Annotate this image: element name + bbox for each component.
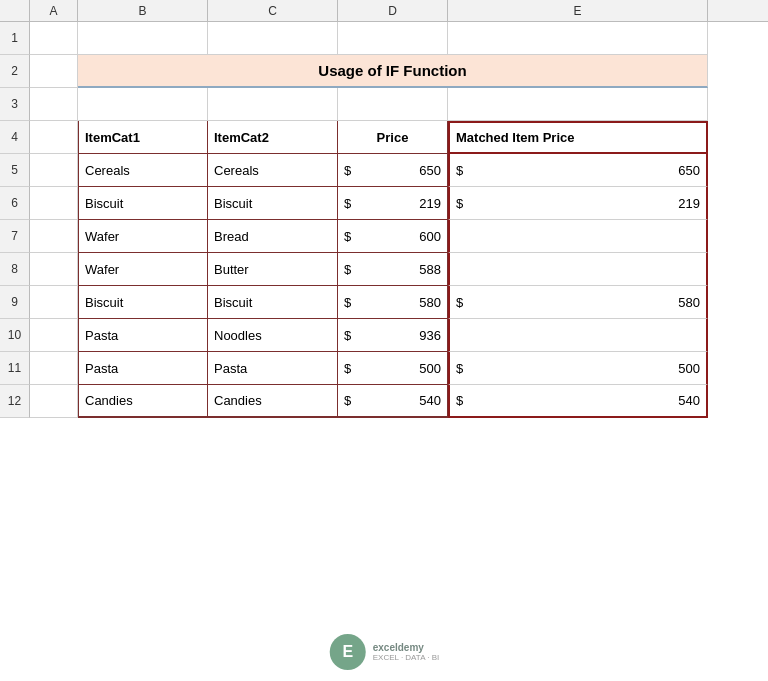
dollar-11e: $ bbox=[456, 361, 463, 376]
cell-12a bbox=[30, 385, 78, 418]
cell-9c: Biscuit bbox=[208, 286, 338, 319]
amount-6d: 219 bbox=[355, 196, 441, 211]
cell-1c bbox=[208, 22, 338, 55]
header-matched: Matched Item Price bbox=[448, 121, 708, 154]
dollar-9d: $ bbox=[344, 295, 351, 310]
dollar-10d: $ bbox=[344, 328, 351, 343]
cell-9a bbox=[30, 286, 78, 319]
cell-12e: $ 540 bbox=[448, 385, 708, 418]
cell-6c: Biscuit bbox=[208, 187, 338, 220]
cell-1a bbox=[30, 22, 78, 55]
cell-3a bbox=[30, 88, 78, 121]
dollar-12e: $ bbox=[456, 393, 463, 408]
header-itemcat1: ItemCat1 bbox=[78, 121, 208, 154]
row-num-10: 10 bbox=[0, 319, 30, 352]
cell-12d: $ 540 bbox=[338, 385, 448, 418]
watermark-sub: EXCEL · DATA · BI bbox=[373, 653, 440, 662]
amount-12e: 540 bbox=[467, 393, 700, 408]
dollar-12d: $ bbox=[344, 393, 351, 408]
cell-9b: Biscuit bbox=[78, 286, 208, 319]
amount-7d: 600 bbox=[355, 229, 441, 244]
row-num-5: 5 bbox=[0, 154, 30, 187]
watermark-name: exceldemy bbox=[373, 642, 440, 653]
grid-area: Usage of IF Function ItemCat1 ItemCat2 P… bbox=[30, 22, 768, 418]
cell-3d bbox=[338, 88, 448, 121]
amount-6e: 219 bbox=[467, 196, 700, 211]
row-9: Biscuit Biscuit $ 580 $ 580 bbox=[30, 286, 768, 319]
dollar-5e: $ bbox=[456, 163, 463, 178]
row-4-headers: ItemCat1 ItemCat2 Price Matched Item Pri… bbox=[30, 121, 768, 154]
row-5: Cereals Cereals $ 650 $ 650 bbox=[30, 154, 768, 187]
cell-10d: $ 936 bbox=[338, 319, 448, 352]
cell-6e: $ 219 bbox=[448, 187, 708, 220]
cell-8b: Wafer bbox=[78, 253, 208, 286]
cell-2a bbox=[30, 55, 78, 88]
amount-9e: 580 bbox=[467, 295, 700, 310]
row-numbers: 1 2 3 4 5 6 7 8 9 10 11 12 bbox=[0, 22, 30, 418]
dollar-7d: $ bbox=[344, 229, 351, 244]
row-num-4: 4 bbox=[0, 121, 30, 154]
row-7: Wafer Bread $ 600 bbox=[30, 220, 768, 253]
spreadsheet: A B C D E 1 2 3 4 5 6 7 8 9 10 11 12 bbox=[0, 0, 768, 681]
dollar-8d: $ bbox=[344, 262, 351, 277]
cell-9d: $ 580 bbox=[338, 286, 448, 319]
cell-1e bbox=[448, 22, 708, 55]
cell-5a bbox=[30, 154, 78, 187]
cell-3b bbox=[78, 88, 208, 121]
cell-12b: Candies bbox=[78, 385, 208, 418]
amount-5e: 650 bbox=[467, 163, 700, 178]
amount-9d: 580 bbox=[355, 295, 441, 310]
cell-11a bbox=[30, 352, 78, 385]
cell-7b: Wafer bbox=[78, 220, 208, 253]
row-num-1: 1 bbox=[0, 22, 30, 55]
dollar-5d: $ bbox=[344, 163, 351, 178]
header-itemcat2: ItemCat2 bbox=[208, 121, 338, 154]
cell-8a bbox=[30, 253, 78, 286]
row-2: Usage of IF Function bbox=[30, 55, 768, 88]
amount-5d: 650 bbox=[355, 163, 441, 178]
cell-7c: Bread bbox=[208, 220, 338, 253]
column-header-row: A B C D E bbox=[0, 0, 768, 22]
cell-12c: Candies bbox=[208, 385, 338, 418]
row-num-3: 3 bbox=[0, 88, 30, 121]
svg-text:E: E bbox=[342, 643, 353, 660]
col-header-c: C bbox=[208, 0, 338, 22]
row-8: Wafer Butter $ 588 bbox=[30, 253, 768, 286]
dollar-6e: $ bbox=[456, 196, 463, 211]
row-6: Biscuit Biscuit $ 219 $ 219 bbox=[30, 187, 768, 220]
col-header-e: E bbox=[448, 0, 708, 22]
watermark: E exceldemy EXCEL · DATA · BI bbox=[329, 633, 440, 671]
cell-11e: $ 500 bbox=[448, 352, 708, 385]
cell-10e bbox=[448, 319, 708, 352]
row-1 bbox=[30, 22, 768, 55]
cell-8e bbox=[448, 253, 708, 286]
cell-3c bbox=[208, 88, 338, 121]
amount-12d: 540 bbox=[355, 393, 441, 408]
cell-5e: $ 650 bbox=[448, 154, 708, 187]
corner-cell bbox=[0, 0, 30, 22]
cell-4a bbox=[30, 121, 78, 154]
row-11: Pasta Pasta $ 500 $ 500 bbox=[30, 352, 768, 385]
cell-6b: Biscuit bbox=[78, 187, 208, 220]
cell-6a bbox=[30, 187, 78, 220]
col-header-d: D bbox=[338, 0, 448, 22]
row-num-2: 2 bbox=[0, 55, 30, 88]
row-3 bbox=[30, 88, 768, 121]
cell-9e: $ 580 bbox=[448, 286, 708, 319]
cell-11c: Pasta bbox=[208, 352, 338, 385]
row-num-6: 6 bbox=[0, 187, 30, 220]
cell-1b bbox=[78, 22, 208, 55]
cell-10c: Noodles bbox=[208, 319, 338, 352]
row-10: Pasta Noodles $ 936 bbox=[30, 319, 768, 352]
amount-11d: 500 bbox=[355, 361, 441, 376]
dollar-6d: $ bbox=[344, 196, 351, 211]
cell-7d: $ 600 bbox=[338, 220, 448, 253]
dollar-9e: $ bbox=[456, 295, 463, 310]
cell-6d: $ 219 bbox=[338, 187, 448, 220]
cell-5d: $ 650 bbox=[338, 154, 448, 187]
header-price: Price bbox=[338, 121, 448, 154]
cell-5b: Cereals bbox=[78, 154, 208, 187]
row-num-7: 7 bbox=[0, 220, 30, 253]
cell-10b: Pasta bbox=[78, 319, 208, 352]
body-area: 1 2 3 4 5 6 7 8 9 10 11 12 bbox=[0, 22, 768, 418]
